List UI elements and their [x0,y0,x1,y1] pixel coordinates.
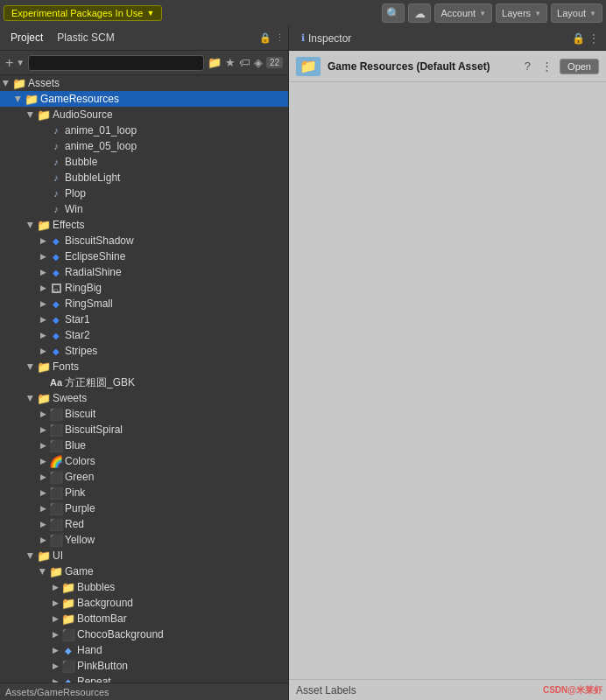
type-icon: ◆ [61,643,75,657]
type-icon: 📁 [49,564,63,578]
arrow-collapsed: ▶ [49,660,61,672]
down-arrow-icon[interactable]: ▼ [16,58,25,67]
more-icon[interactable]: ⋮ [538,58,556,74]
tree-item-plop[interactable]: ▶ ♪ Plop [0,186,288,201]
tree-item-anime05[interactable]: ▶ ♪ anime_05_loop [0,138,288,154]
arrow-expanded: ▶ [25,219,37,231]
type-icon: ◆ [49,234,63,248]
tree-item-green[interactable]: ▶ ⬛ Green [0,469,288,485]
tree-item-game[interactable]: ▶ 📁 Game [0,564,288,579]
type-icon: ⬛ [49,501,63,515]
tree-item-eclipseshine[interactable]: ▶ ◆ EclipseShine [0,248,288,264]
asset-header: 📁 Game Resources (Default Asset) ? ⋮ Ope… [289,51,606,82]
tree-item-biscuit[interactable]: ▶ ⬛ Biscuit [0,406,288,422]
tree-item-sweets[interactable]: ▶ 📁 Sweets [0,390,288,406]
open-button[interactable]: Open [560,59,599,74]
tree-item-ui[interactable]: ▶ 📁 UI [0,548,288,564]
tree-item-biscuitshadow[interactable]: ▶ ◆ BiscuitShadow [0,233,288,248]
search-input[interactable] [32,58,200,68]
tree-item-fonts[interactable]: ▶ 📁 Fonts [0,359,288,374]
cloud-btn[interactable]: ☁ [408,4,431,23]
tree-label: Star1 [65,313,90,326]
tree-label: BiscuitShadow [65,234,134,247]
tree-item-win[interactable]: ▶ ♪ Win [0,201,288,217]
tree-item-bubblelight[interactable]: ▶ ♪ BubbleLight [0,170,288,186]
tree-item-effects[interactable]: ▶ 📁 Effects [0,217,288,233]
tab-inspector[interactable]: ℹ Inspector [296,29,356,48]
tree-item-star2[interactable]: ▶ ◆ Star2 [0,327,288,343]
audio-icon: ♪ [53,157,59,167]
tree-item-bottombar[interactable]: ▶ 📁 BottomBar [0,611,288,626]
layout-dropdown[interactable]: Layout [551,4,602,23]
type-icon: 📁 [61,612,75,626]
tree-item-star1[interactable]: ▶ ◆ Star1 [0,312,288,327]
tree-label: Purple [65,502,95,514]
tree-item-anime01[interactable]: ▶ ♪ anime_01_loop [0,122,288,138]
tree-label: PinkButton [77,660,128,672]
tree-item-red[interactable]: ▶ ⬛ Red [0,516,288,532]
tree-item-biscuitspiral[interactable]: ▶ ⬛ BiscuitSpiral [0,422,288,438]
tree-label: anime_05_loop [65,140,137,152]
tree-item-pink[interactable]: ▶ ⬛ Pink [0,485,288,500]
tree-item-audiosource[interactable]: ▶ 📁 AudioSource [0,107,288,122]
tree-item-yellow[interactable]: ▶ ⬛ Yellow [0,532,288,548]
type-icon: 📁 [61,580,75,594]
tree-item-fangzheng[interactable]: ▶ Aa 方正粗圆_GBK [0,374,288,390]
tree-label: Plop [65,187,86,200]
tree-item-gameresources[interactable]: ▶ 📁 GameResources [0,91,288,107]
tree-item-blue[interactable]: ▶ ⬛ Blue [0,438,288,453]
tree-label: Game [65,565,94,578]
tree-item-repeat[interactable]: ▶ ◆ Repeat [0,674,288,682]
tab-plastic-scm[interactable]: Plastic SCM [50,28,121,49]
inspector-label: Inspector [308,32,351,45]
arrow-collapsed: ▶ [49,676,61,682]
type-icon: ⬛ [49,533,63,547]
tree-item-hand[interactable]: ▶ ◆ Hand [0,642,288,658]
tree-label: 方正粗圆_GBK [65,375,135,390]
tree-item-stripes[interactable]: ▶ ◆ Stripes [0,343,288,359]
arrow-collapsed: ▶ [37,408,49,420]
layers-dropdown[interactable]: Layers [496,4,547,23]
help-icon[interactable]: ? [521,58,534,74]
arrow-collapsed: ▶ [37,282,49,294]
folder-icon: 📁 [37,392,51,405]
asset-labels-bar: Asset Labels [289,679,606,700]
audio-icon: ♪ [53,204,59,214]
tree-item-colors[interactable]: ▶ 🌈 Colors [0,453,288,469]
star-filter-icon[interactable]: ★ [225,56,236,69]
type-icon: 📁 [37,360,51,374]
type-icon: ○ [49,281,63,295]
search-bar: + ▼ 📁 ★ 🏷 ◈ 22 [0,51,288,75]
tree-item-radialshine[interactable]: ▶ ◆ RadialShine [0,264,288,280]
tree-item-bubble[interactable]: ▶ ♪ Bubble [0,154,288,170]
label-filter-icon[interactable]: 🏷 [239,56,250,69]
search-toolbar-btn[interactable]: 🔍 [382,4,405,23]
type-icon: ♪ [49,155,63,169]
tree-item-purple[interactable]: ▶ ⬛ Purple [0,500,288,516]
account-dropdown[interactable]: Account [434,4,492,23]
inspector-menu-icon[interactable]: ⋮ [588,32,599,45]
tree-item-chocobackground[interactable]: ▶ ⬛ ChocoBackground [0,626,288,642]
tree-item-assets[interactable]: ▶ 📁 Assets [0,75,288,91]
tree-item-bubbles[interactable]: ▶ 📁 Bubbles [0,579,288,595]
tree-item-ringsmall[interactable]: ▶ ◆ RingSmall [0,296,288,312]
tab-project[interactable]: Project [4,28,50,49]
tree-item-background[interactable]: ▶ 📁 Background [0,595,288,611]
arrow-expanded: ▶ [25,360,37,373]
tree-container[interactable]: ▶ 📁 Assets ▶ 📁 GameResources ▶ 📁 AudioSo… [0,75,288,682]
inspector-lock-icon[interactable]: 🔒 [572,32,585,45]
audio-icon: ♪ [53,141,59,151]
type-icon: ◆ [49,312,63,326]
tree-label: Bubble [65,156,97,168]
lock-icon[interactable]: 🔒 [259,32,271,44]
folder2-icon: 📁 [61,581,75,594]
experimental-packages-btn[interactable]: Experimental Packages In Use [4,5,162,21]
asset-labels-text: Asset Labels [296,684,356,696]
menu-icon[interactable]: ⋮ [275,32,285,44]
tree-item-ringbig[interactable]: ▶ ○ RingBig [0,280,288,296]
add-icon[interactable]: + [5,55,13,71]
tree-item-pinkbutton[interactable]: ▶ ⬛ PinkButton [0,658,288,674]
tree-label: Assets [28,77,60,89]
type-filter-icon[interactable]: ◈ [254,56,263,69]
folder-filter-icon[interactable]: 📁 [208,56,222,69]
